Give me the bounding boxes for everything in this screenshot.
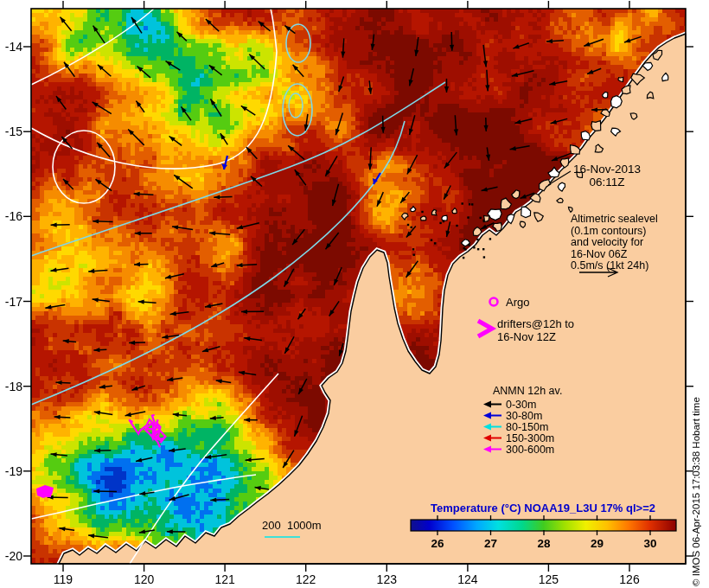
imos-watermark: © IMOS 06-Apr-2015 17:03:38 Hobart time: [691, 327, 701, 586]
islet-speck: [480, 217, 482, 219]
velocity-arrow-head: [134, 262, 140, 266]
anmn-depth-label: 80-150m: [506, 421, 548, 433]
x-axis-tick-label: 122: [289, 572, 323, 586]
colorbar-title: Temperature (°C) NOAA19_L3U 17% ql>=2: [398, 502, 688, 514]
islet-speck: [463, 247, 465, 249]
anmn-depth-label: 300-600m: [506, 444, 554, 456]
velocity-arrow-head: [51, 223, 57, 227]
islet-speck: [489, 238, 491, 240]
anmn-legend-item: 0-30m: [481, 399, 562, 410]
drifters-legend-label: drifters@12h to 16-Nov 12Z: [497, 317, 574, 343]
island: [591, 121, 601, 131]
anmn-legend-item: 150-300m: [481, 432, 562, 444]
island: [512, 190, 520, 199]
velocity-arrow-head: [481, 225, 487, 229]
velocity-arrow-head: [513, 44, 519, 48]
velocity-arrow-head: [584, 42, 590, 47]
velocity-arrow-head: [521, 195, 527, 199]
island: [571, 145, 580, 155]
velocity-arrow-head: [59, 527, 65, 531]
island: [473, 227, 482, 236]
velocity-arrow-head: [56, 380, 62, 385]
velocity-arrow-head: [325, 169, 330, 176]
sealevel-contour: [31, 475, 256, 519]
anmn-legend-item: 30-80m: [481, 410, 562, 421]
argo-legend-label: Argo: [506, 296, 529, 309]
velocity-arrow-head: [93, 489, 99, 493]
land-polygon: [59, 34, 686, 564]
altimetric-text-line: 0.5m/s (1kt 24h): [571, 260, 658, 272]
island: [420, 216, 425, 220]
depth-arrow-icon: [481, 422, 503, 431]
altimetric-text-line: (0.1m contours): [571, 226, 658, 238]
islet-speck: [476, 239, 478, 240]
velocity-arrow-head: [94, 411, 100, 415]
velocity-arrow-head: [407, 168, 412, 174]
islet-speck: [471, 203, 473, 205]
velocity-arrow-head: [332, 200, 336, 207]
velocity-arrow-head: [135, 231, 141, 235]
anmn-depth-label: 150-300m: [506, 432, 554, 444]
velocity-arrow-head: [591, 107, 597, 112]
velocity-arrow-head: [93, 102, 99, 107]
velocity-arrow-head: [255, 486, 261, 490]
island: [493, 223, 501, 232]
sst-map-figure: 16-Nov-2013 06:11Z Altimetric sealevel(0…: [0, 0, 709, 588]
map-overlay-svg: [0, 0, 709, 588]
anmn-legend-item: 80-150m: [481, 421, 562, 432]
islet-speck: [482, 220, 484, 221]
velocity-arrow-head: [244, 418, 250, 422]
velocity-arrow-head: [329, 310, 335, 316]
x-axis-tick-label: 123: [369, 572, 404, 586]
island: [618, 77, 623, 81]
islet-speck: [412, 248, 414, 250]
velocity-arrow-head: [241, 105, 247, 111]
island: [452, 208, 457, 214]
velocity-arrow-head: [94, 449, 100, 453]
velocity-arrow-head: [587, 70, 593, 74]
velocity-arrow-head: [129, 341, 135, 345]
x-axis-tick-label: 121: [208, 572, 242, 586]
velocity-arrow-head: [334, 279, 338, 285]
altimetric-text-line: Altimetric sealevel: [571, 214, 658, 226]
y-axis-tick-label: -19: [0, 464, 22, 478]
y-axis-tick-label: -17: [0, 295, 22, 309]
depth-arrow-icon: [481, 444, 503, 454]
islet-speck: [411, 227, 412, 228]
island: [488, 209, 501, 220]
islet-speck: [462, 202, 463, 204]
velocity-arrow-head: [444, 193, 448, 199]
velocity-arrow-head: [552, 157, 558, 161]
y-axis-tick-label: -18: [0, 380, 22, 393]
velocity-arrow-head: [284, 347, 290, 353]
velocity-arrow-head: [298, 388, 303, 394]
velocity-arrow-head: [237, 263, 243, 267]
islet-speck: [469, 203, 470, 205]
islet-speck: [439, 222, 441, 224]
islet-speck: [473, 246, 475, 248]
velocity-arrow-head: [368, 163, 373, 169]
velocity-arrow-head: [484, 125, 489, 131]
colorbar-tick-label: 30: [633, 537, 667, 550]
x-axis-tick-label: 126: [612, 572, 647, 586]
y-axis-tick-label: -15: [0, 125, 22, 138]
anmn-legend-title: ANMN 12h av.: [493, 385, 562, 397]
islet-speck: [413, 254, 415, 256]
island: [581, 131, 590, 140]
velocity-arrow-head: [51, 268, 57, 272]
velocity-arrow-head: [220, 133, 226, 139]
island: [432, 210, 437, 215]
island: [442, 215, 447, 220]
islet-speck: [421, 211, 423, 213]
velocity-arrow-head: [210, 498, 216, 502]
anmn-depth-label: 30-80m: [506, 410, 542, 422]
colorbar-tick-label: 27: [474, 537, 508, 550]
time-text: 06:11Z: [555, 176, 659, 189]
colorbar-tick-label: 26: [420, 537, 455, 550]
velocity-arrow-head: [169, 496, 176, 501]
colorbar: [411, 520, 676, 531]
anmn-legend-rows: 0-30m30-80m80-150m150-300m300-600m: [481, 399, 562, 455]
velocity-arrow-head: [409, 129, 413, 135]
velocity-arrow-head: [339, 86, 343, 93]
velocity-arrow-head: [93, 348, 99, 352]
